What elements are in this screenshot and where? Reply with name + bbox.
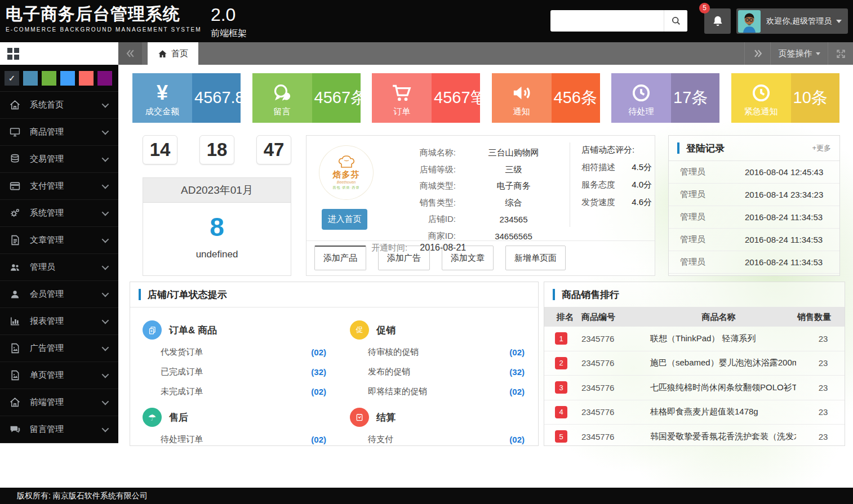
app-header: 电子商务后台管理系统 E-COMMERCE BACKGROUND MANAGEM… xyxy=(0,0,853,42)
orders-icon xyxy=(143,320,162,340)
more-link[interactable]: +更多 xyxy=(812,143,831,153)
sales-type-value: 综合 xyxy=(456,198,571,208)
status-count-link[interactable]: (02) xyxy=(311,387,326,396)
app-logo: 电子商务后台管理系统 E-COMMERCE BACKGROUND MANAGEM… xyxy=(6,5,247,39)
chevron-down-icon xyxy=(102,290,109,297)
theme-swatch-green[interactable] xyxy=(42,71,56,86)
image-file-icon xyxy=(9,369,21,381)
clock-seconds: 47 xyxy=(256,135,291,164)
promo-icon: 促 xyxy=(350,320,369,340)
clock-icon xyxy=(750,81,772,105)
stat-value: 4567.89元 xyxy=(194,87,241,109)
sidebar-toggle[interactable] xyxy=(0,42,118,65)
notifications-button[interactable]: 5 xyxy=(704,8,731,34)
database-icon xyxy=(9,153,21,165)
add-ad-button[interactable]: 添加广告 xyxy=(378,246,430,270)
tab-operations-label: 页签操作 xyxy=(779,48,812,59)
accent-bar xyxy=(553,289,555,300)
sidebar-item-system-home[interactable]: 系统首页 xyxy=(0,92,118,119)
clock-calendar-column: 14 18 47 AD2023年01月 8 undefined xyxy=(143,135,291,276)
status-count-link[interactable]: (32) xyxy=(311,367,326,377)
table-header: 排名 商品编号 商品名称 销售数量 xyxy=(544,307,845,327)
accent-bar xyxy=(677,142,679,154)
merchant-id-value: 34656565 xyxy=(456,231,571,241)
stat-cards-row: ¥ 成交金额 4567.89元 留言 4567条 xyxy=(118,65,853,123)
stat-value: 456条 xyxy=(554,87,597,109)
tab-home[interactable]: 首页 xyxy=(148,42,198,65)
sidebar-item-member-management[interactable]: 会员管理 xyxy=(0,281,118,308)
add-single-page-button[interactable]: 新增单页面 xyxy=(505,246,566,270)
clock-minutes: 18 xyxy=(199,135,234,164)
theme-swatch-dark[interactable]: ✓ xyxy=(5,71,19,86)
status-group-aftersale: ☂ 售后 待处理订单(02) xyxy=(143,402,328,446)
stat-value: 17条 xyxy=(673,87,708,109)
stat-card-orders[interactable]: 订单 4567笔 xyxy=(372,73,480,123)
gears-icon xyxy=(9,207,21,219)
add-article-button[interactable]: 添加文章 xyxy=(442,246,494,270)
status-count-link[interactable]: (02) xyxy=(509,387,525,396)
app-version: 2.0 xyxy=(211,5,247,25)
chevron-down-icon xyxy=(836,20,842,23)
login-record-row: 管理员2016-08-24 11:34:53 xyxy=(669,229,839,251)
tabs-scroll-right-button[interactable] xyxy=(744,42,770,65)
chevron-down-icon xyxy=(102,263,109,270)
theme-swatch-blue[interactable] xyxy=(60,71,75,86)
sidebar-item-article-management[interactable]: 文章管理 xyxy=(0,227,118,254)
chevron-down-icon xyxy=(102,209,109,216)
status-count-link[interactable]: (02) xyxy=(509,347,525,357)
chevron-down-icon xyxy=(102,425,109,432)
shop-logo-name: 焙多芬 xyxy=(333,170,360,180)
sidebar-item-product-management[interactable]: 商品管理 xyxy=(0,119,118,146)
sidebar-item-single-page-management[interactable]: 单页管理 xyxy=(0,362,118,389)
shop-info-panel: 焙多芬 Beethoven 面包·烘焙·西饼 进入首页 商城名称:三台山购物网 … xyxy=(306,135,655,276)
login-records-panel: 登陆记录 +更多 管理员2016-08-04 12:45:43 管理员2016-… xyxy=(668,135,840,276)
sidebar-item-report-management[interactable]: 报表管理 xyxy=(0,308,118,335)
sidebar-item-message-management[interactable]: 留言管理 xyxy=(0,416,118,443)
calendar-widget: AD2023年01月 8 undefined xyxy=(143,177,291,276)
monitor-icon xyxy=(9,126,21,138)
chevron-down-icon xyxy=(816,52,820,55)
add-product-button[interactable]: 添加产品 xyxy=(314,246,366,270)
status-count-link[interactable]: (02) xyxy=(311,347,326,357)
document-icon xyxy=(9,234,21,246)
stat-card-notices[interactable]: 通知 456条 xyxy=(492,73,600,123)
sidebar-item-trade-management[interactable]: 交易管理 xyxy=(0,146,118,173)
login-record-row: 管理员2016-08-24 11:34:53 xyxy=(669,206,839,229)
tab-operations-dropdown[interactable]: 页签操作 xyxy=(770,42,828,65)
stat-card-pending[interactable]: 待处理 17条 xyxy=(611,73,719,123)
theme-swatch-steel-blue[interactable] xyxy=(23,71,38,86)
tabs-scroll-left-button[interactable] xyxy=(118,42,142,65)
sidebar-item-payment-management[interactable]: 支付管理 xyxy=(0,173,118,200)
search-input[interactable] xyxy=(550,10,664,32)
tab-bar: 首页 页签操作 xyxy=(0,42,853,65)
app-subtitle-en: E-COMMERCE BACKGROUND MANAGEMENT SYSTEM xyxy=(6,26,202,33)
table-row: 3 2345776 七匹狼纯棉时尚休闲条纹翻领POLO衫T恤 23 xyxy=(544,376,845,400)
header-search xyxy=(550,10,687,32)
stat-card-urgent-notices[interactable]: 紧急通知 10条 xyxy=(731,73,839,123)
theme-swatch-red[interactable] xyxy=(79,71,94,86)
sidebar-item-system-management[interactable]: 系统管理 xyxy=(0,200,118,227)
stat-card-turnover[interactable]: ¥ 成交金额 4567.89元 xyxy=(132,73,241,123)
search-button[interactable] xyxy=(664,10,687,32)
chevron-down-icon xyxy=(102,236,109,243)
app-title: 电子商务后台管理系统 xyxy=(6,5,202,24)
chef-hat-icon xyxy=(337,155,356,170)
status-count-link[interactable]: (02) xyxy=(311,435,326,444)
status-count-link[interactable]: (32) xyxy=(509,367,525,377)
status-count-link[interactable]: (02) xyxy=(509,435,525,444)
theme-swatch-purple[interactable] xyxy=(97,71,112,86)
sidebar-item-frontend-management[interactable]: 前端管理 xyxy=(0,389,118,416)
stat-card-messages[interactable]: 留言 4567条 xyxy=(252,73,361,123)
tab-label: 首页 xyxy=(171,48,188,59)
cart-icon xyxy=(390,81,413,105)
home-icon xyxy=(158,49,167,59)
chevron-down-icon xyxy=(102,317,109,324)
rank-badge: 4 xyxy=(555,406,567,418)
bell-icon xyxy=(710,14,725,29)
user-menu[interactable]: 欢迎你,超级管理员 xyxy=(736,8,848,34)
sidebar-item-ad-management[interactable]: 广告管理 xyxy=(0,335,118,362)
home-icon xyxy=(9,99,21,111)
enter-shop-home-button[interactable]: 进入首页 xyxy=(322,209,367,230)
fullscreen-button[interactable] xyxy=(828,42,853,65)
sidebar-item-administrators[interactable]: 管理员 xyxy=(0,254,118,281)
